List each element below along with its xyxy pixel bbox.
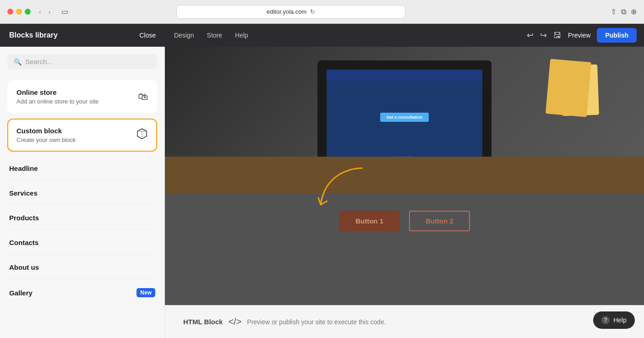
contacts-label: Contacts [9,239,38,246]
sidebar: 🔍 Online store Add an online store to yo… [0,47,165,338]
gallery-label: Gallery [9,289,33,297]
url-text: editor.yola.com [267,8,306,15]
preview-button[interactable]: Preview [568,32,591,39]
headline-label: Headline [9,164,38,172]
nav-link-design[interactable]: Design [174,32,194,39]
traffic-lights [7,9,31,15]
services-label: Services [9,189,38,197]
sidebar-toggle-button[interactable]: ▭ [59,5,71,18]
html-block-section: HTML Block </> Preview or publish your s… [165,305,644,338]
redo-button[interactable]: ↪ [540,31,547,39]
notebook-decoration-2 [546,59,591,117]
laptop-mockup: Get a consultation [317,60,491,170]
address-bar[interactable]: editor.yola.com ↻ [176,5,405,19]
undo-button[interactable]: ↩ [527,31,534,39]
panel-title-bar: Blocks library Close [0,31,165,39]
online-store-title: Online store [16,88,132,96]
forward-button[interactable]: › [46,6,54,17]
search-container: 🔍 [0,47,164,76]
nav-links: Design Store Help [165,32,519,39]
canvas-area: Get a consultation [165,47,644,338]
profile-icon[interactable]: ⊕ [631,7,637,16]
browser-actions: ⇧ ⧉ ⊕ [611,7,637,16]
browser-chrome: ‹ › ▭ editor.yola.com ↻ ⇧ ⧉ ⊕ [0,0,644,24]
nav-link-store[interactable]: Store [207,32,222,39]
canvas-buttons-section: Button 1 Button 2 [165,193,644,248]
custom-block-title: Custom block [16,127,131,135]
save-button[interactable]: 🖫 [553,31,562,39]
desk-surface [165,157,644,193]
products-label: Products [9,214,39,222]
custom-block-subtitle: Create your own block [16,136,131,143]
top-nav: Blocks library Close Design Store Help ↩… [0,24,644,47]
online-store-icon: 🛍 [138,91,148,103]
help-question-icon: ? [601,316,610,324]
about-us-label: About us [9,263,39,271]
sidebar-list: Online store Add an online store to your… [0,76,164,338]
html-block-label: HTML Block [183,318,223,326]
help-button[interactable]: ? Help [593,311,635,329]
help-label: Help [613,316,627,324]
sidebar-item-products[interactable]: Products [7,207,157,229]
code-icon: </> [228,316,241,327]
online-store-subtitle: Add an online store to your site [16,98,132,105]
close-traffic-light[interactable] [7,9,13,15]
search-input[interactable] [25,58,151,65]
sidebar-item-contacts[interactable]: Contacts [7,231,157,254]
maximize-traffic-light[interactable] [25,9,31,15]
canvas-button-2[interactable]: Button 2 [409,211,470,231]
browser-nav-buttons: ‹ › [36,6,53,17]
app-wrapper: Blocks library Close Design Store Help ↩… [0,24,644,338]
canvas-button-1[interactable]: Button 1 [339,211,400,231]
canvas-hero: Get a consultation [165,47,644,193]
sidebar-item-services[interactable]: Services [7,182,157,205]
close-panel-button[interactable]: Close [139,32,156,39]
share-icon[interactable]: ⇧ [611,7,617,16]
nav-link-help[interactable]: Help [235,32,248,39]
search-icon: 🔍 [14,58,22,65]
custom-block-icon [136,128,148,142]
online-store-card[interactable]: Online store Add an online store to your… [7,80,157,113]
gallery-new-badge: New [136,288,155,297]
sidebar-item-about-us[interactable]: About us [7,256,157,279]
custom-block-card-text: Custom block Create your own block [16,127,131,143]
main-area: 🔍 Online store Add an online store to yo… [0,47,644,338]
toolbar-actions: ↩ ↪ 🖫 Preview Publish [519,28,644,43]
new-tab-icon[interactable]: ⧉ [621,7,626,16]
hero-background: Get a consultation [165,47,644,193]
publish-button[interactable]: Publish [597,28,637,43]
custom-block-card[interactable]: Custom block Create your own block [7,119,157,152]
sidebar-item-gallery[interactable]: Gallery New [7,281,157,305]
minimize-traffic-light[interactable] [16,9,22,15]
online-store-card-text: Online store Add an online store to your… [16,88,132,105]
back-button[interactable]: ‹ [36,6,44,17]
laptop-screen: Get a consultation [327,70,482,161]
html-block-description: Preview or publish your site to execute … [247,318,386,326]
panel-title-text: Blocks library [9,31,58,39]
sidebar-item-headline[interactable]: Headline [7,157,157,180]
refresh-button[interactable]: ↻ [310,8,315,15]
search-box: 🔍 [7,54,157,69]
